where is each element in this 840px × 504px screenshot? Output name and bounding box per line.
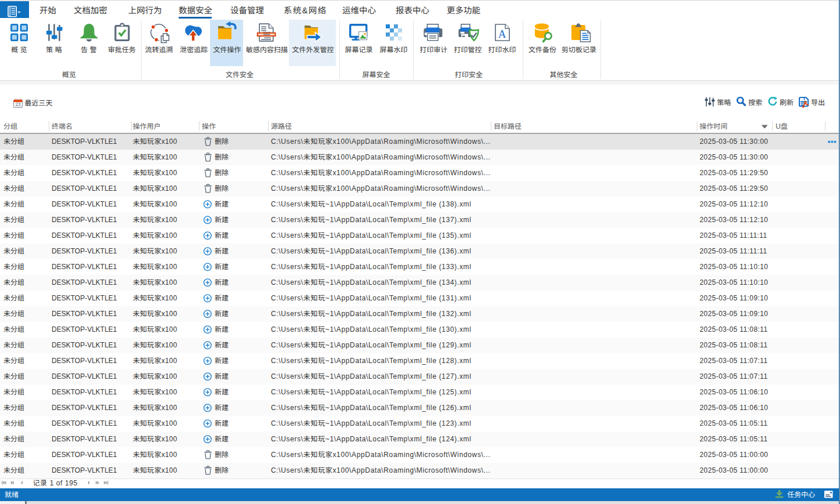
- svg-text:23: 23: [15, 102, 21, 107]
- svg-text:A: A: [498, 28, 506, 40]
